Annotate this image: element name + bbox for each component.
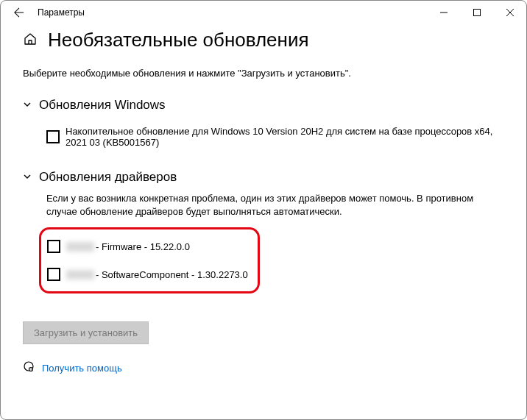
section-drivers-header[interactable]: Обновления драйверов <box>23 170 504 185</box>
maximize-button[interactable] <box>460 1 493 24</box>
section-windows-header[interactable]: Обновления Windows <box>23 98 504 113</box>
section-windows-body: Накопительное обновление для Windows 10 … <box>23 120 504 154</box>
svg-rect-0 <box>473 10 480 16</box>
update-checkbox[interactable] <box>47 268 60 281</box>
maximize-icon <box>473 9 481 16</box>
window-title: Параметры <box>38 7 85 18</box>
vendor-redacted <box>66 270 94 280</box>
back-button[interactable] <box>11 4 27 21</box>
header-row: Необязательные обновления <box>23 29 504 51</box>
section-driver-updates: Обновления драйверов Если у вас возникла… <box>23 170 504 293</box>
instruction-text: Выберите необходимые обновления и нажмит… <box>23 68 504 79</box>
get-help-link[interactable]: Получить помощь <box>42 363 122 374</box>
section-drivers-title: Обновления драйверов <box>39 170 177 185</box>
update-item: - Firmware - 15.22.0.0 <box>47 232 252 260</box>
download-install-button[interactable]: Загрузить и установить <box>23 321 149 344</box>
update-label: - Firmware - 15.22.0.0 <box>96 241 190 252</box>
chevron-down-icon <box>23 171 32 184</box>
update-checkbox[interactable] <box>47 240 60 253</box>
help-row: ? Получить помощь <box>23 360 504 375</box>
section-drivers-body: Если у вас возникла конкретная проблема,… <box>23 192 504 293</box>
section-windows-updates: Обновления Windows Накопительное обновле… <box>23 98 504 154</box>
close-button[interactable] <box>493 1 526 24</box>
update-checkbox[interactable] <box>46 130 60 143</box>
update-label: - SoftwareComponent - 1.30.2273.0 <box>96 269 248 280</box>
section-drivers-desc: Если у вас возникла конкретная проблема,… <box>46 192 504 218</box>
minimize-icon <box>440 9 448 16</box>
highlight-annotation: - Firmware - 15.22.0.0 - SoftwareCompone… <box>39 227 260 293</box>
titlebar: Параметры <box>1 1 526 24</box>
update-label: Накопительное обновление для Windows 10 … <box>66 126 504 148</box>
section-windows-title: Обновления Windows <box>39 98 166 113</box>
update-item: - SoftwareComponent - 1.30.2273.0 <box>47 260 252 288</box>
chevron-down-icon <box>23 99 32 112</box>
content: Необязательные обновления Выберите необх… <box>1 24 526 390</box>
page-title: Необязательные обновления <box>48 29 309 51</box>
arrow-left-icon <box>14 7 24 18</box>
minimize-button[interactable] <box>427 1 460 24</box>
help-icon: ? <box>23 360 35 375</box>
home-icon[interactable] <box>23 32 38 49</box>
vendor-redacted <box>66 242 94 252</box>
close-icon <box>506 9 514 16</box>
update-item: Накопительное обновление для Windows 10 … <box>46 120 504 154</box>
